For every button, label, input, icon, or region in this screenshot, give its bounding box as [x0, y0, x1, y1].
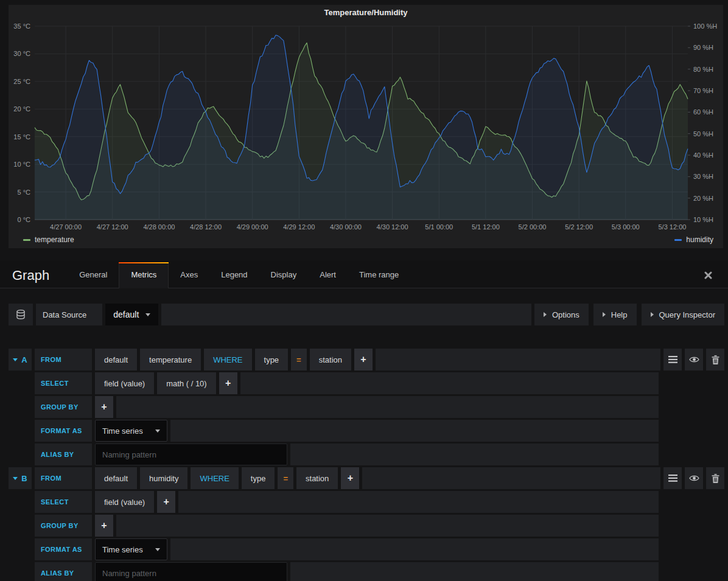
tab-time-range[interactable]: Time range	[348, 262, 410, 288]
tab-legend[interactable]: Legend	[209, 262, 259, 288]
chart-title: Temperature/Humidity	[9, 5, 723, 19]
options-button[interactable]: Options	[534, 304, 589, 325]
eye-icon-button[interactable]	[685, 467, 703, 489]
query-collapse-toggle[interactable]: A	[9, 349, 32, 371]
tab-alert[interactable]: Alert	[308, 262, 348, 288]
format-as-dropdown[interactable]: Time series	[95, 420, 167, 442]
query-part[interactable]: default	[95, 349, 137, 371]
datasource-row: Data Source default OptionsHelpQuery Ins…	[9, 304, 724, 325]
query-a-row-format-as: FORMAT ASTime series	[9, 420, 724, 442]
row-indent	[9, 372, 32, 394]
query-inspector-button[interactable]: Query Inspector	[642, 304, 725, 325]
row-label: GROUP BY	[35, 396, 92, 418]
datasource-label-cell: Data Source	[36, 304, 102, 325]
query-part[interactable]: =	[291, 349, 307, 371]
svg-text:5 °C: 5 °C	[17, 189, 30, 196]
svg-text:10 %H: 10 %H	[693, 216, 713, 223]
legend-item-temperature[interactable]: temperature	[23, 235, 74, 244]
svg-text:30 °C: 30 °C	[13, 50, 30, 57]
svg-text:4/28 12:00: 4/28 12:00	[190, 223, 222, 231]
query-a: AFROMdefaulttemperatureWHEREtype=station…	[0, 349, 728, 465]
query-b-row-select: SELECTfield (value)+	[9, 491, 724, 513]
chart-svg[interactable]: 0 °C5 °C10 °C15 °C20 °C25 °C30 °C35 °C10…	[9, 19, 723, 234]
svg-text:5/3 00:00: 5/3 00:00	[612, 223, 640, 231]
editor-tabbar: Graph GeneralMetricsAxesLegendDisplayAle…	[0, 260, 728, 288]
svg-text:4/29 12:00: 4/29 12:00	[283, 223, 315, 231]
query-a-row-from: AFROMdefaulttemperatureWHEREtype=station…	[9, 349, 724, 371]
query-part[interactable]: humidity	[140, 467, 187, 489]
svg-text:10 °C: 10 °C	[13, 161, 30, 168]
chevron-down-icon	[13, 477, 18, 480]
row-indent	[9, 562, 32, 581]
query-part[interactable]: =	[278, 467, 293, 489]
row-filler	[116, 396, 659, 418]
svg-text:5/2 00:00: 5/2 00:00	[519, 223, 547, 231]
query-part[interactable]: station	[296, 467, 338, 489]
add-part-button[interactable]: +	[354, 349, 373, 371]
svg-text:4/28 00:00: 4/28 00:00	[143, 223, 175, 231]
row-label: SELECT	[35, 491, 92, 513]
row-filler	[116, 515, 659, 537]
legend-label-temperature: temperature	[35, 235, 74, 244]
add-part-button[interactable]: +	[341, 467, 359, 489]
menu-icon-button[interactable]	[663, 467, 682, 489]
menu-icon-button[interactable]	[663, 349, 682, 371]
query-part[interactable]: station	[310, 349, 351, 371]
row-indent	[9, 515, 32, 537]
query-part[interactable]: WHERE	[204, 349, 251, 371]
query-part[interactable]: WHERE	[191, 467, 238, 489]
query-part[interactable]: default	[95, 467, 137, 489]
query-part[interactable]: math ( / 10)	[157, 372, 215, 394]
row-tail-spacer	[662, 372, 724, 394]
row-tail-spacer	[662, 420, 724, 442]
legend-label-humidity: humidity	[686, 235, 713, 244]
eye-icon-button[interactable]	[685, 349, 703, 371]
query-collapse-toggle[interactable]: B	[9, 467, 32, 489]
row-label: FORMAT AS	[35, 420, 92, 442]
trash-icon-button[interactable]	[706, 349, 724, 371]
add-part-button[interactable]: +	[95, 515, 113, 537]
close-icon[interactable]	[704, 271, 712, 279]
svg-text:5/3 12:00: 5/3 12:00	[659, 223, 687, 231]
row-tail-spacer	[662, 515, 724, 537]
svg-text:30 %H: 30 %H	[693, 173, 713, 180]
row-label: ALIAS BY	[35, 444, 92, 465]
row-filler	[362, 467, 660, 489]
row-label: GROUP BY	[35, 515, 92, 537]
query-part[interactable]: temperature	[140, 349, 201, 371]
query-part[interactable]: type	[255, 349, 289, 371]
svg-text:15 °C: 15 °C	[13, 133, 30, 141]
legend-item-humidity[interactable]: humidity	[674, 235, 713, 244]
row-filler	[376, 349, 660, 371]
dropdown-value: Time series	[102, 545, 143, 554]
datasource-picker[interactable]: default	[105, 304, 158, 325]
row-indent	[9, 420, 32, 442]
alias-by-input[interactable]	[95, 562, 287, 581]
query-a-row-group-by: GROUP BY+	[9, 396, 724, 418]
query-part[interactable]: field (value)	[95, 491, 154, 513]
dropdown-value: Time series	[102, 426, 143, 436]
tab-axes[interactable]: Axes	[169, 262, 209, 288]
trash-icon-button[interactable]	[706, 467, 724, 489]
svg-text:20 °C: 20 °C	[13, 105, 30, 113]
button-label: Options	[552, 310, 579, 319]
caret-right-icon	[603, 312, 606, 317]
row-tail-spacer	[662, 444, 724, 465]
svg-text:80 %H: 80 %H	[693, 66, 713, 73]
tab-display[interactable]: Display	[259, 262, 309, 288]
caret-right-icon	[544, 312, 547, 317]
add-part-button[interactable]: +	[157, 491, 175, 513]
query-part[interactable]: field (value)	[95, 372, 154, 394]
tab-metrics[interactable]: Metrics	[119, 262, 169, 288]
svg-text:50 %H: 50 %H	[693, 130, 713, 137]
svg-text:4/30 00:00: 4/30 00:00	[330, 223, 362, 231]
alias-by-input[interactable]	[95, 444, 287, 465]
svg-text:4/27 00:00: 4/27 00:00	[50, 223, 82, 231]
query-part[interactable]: type	[242, 467, 275, 489]
tab-general[interactable]: General	[68, 262, 119, 288]
format-as-dropdown[interactable]: Time series	[95, 538, 167, 560]
help-button[interactable]: Help	[593, 304, 637, 325]
add-part-button[interactable]: +	[219, 372, 237, 394]
add-part-button[interactable]: +	[95, 396, 113, 418]
query-b-row-group-by: GROUP BY+	[9, 515, 724, 537]
